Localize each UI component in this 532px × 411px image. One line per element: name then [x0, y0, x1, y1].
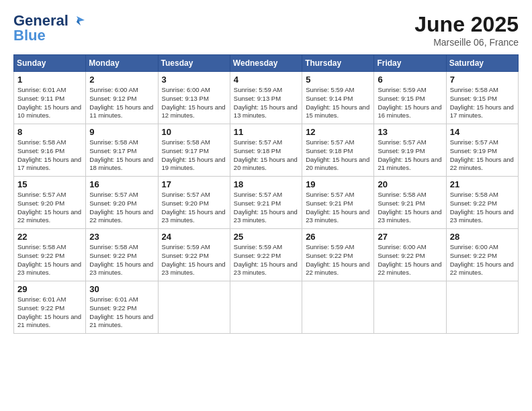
day-info: Sunrise: 5:59 AM Sunset: 9:22 PM Dayligh… — [306, 243, 370, 277]
day-info: Sunrise: 6:00 AM Sunset: 9:22 PM Dayligh… — [450, 243, 515, 277]
day-info: Sunrise: 5:58 AM Sunset: 9:15 PM Dayligh… — [450, 86, 515, 120]
title-block: June 2025 Marseille 06, France — [414, 12, 519, 48]
calendar-cell: 10 Sunrise: 5:58 AM Sunset: 9:17 PM Dayl… — [158, 124, 230, 177]
calendar-cell: 3 Sunrise: 6:00 AM Sunset: 9:13 PM Dayli… — [158, 72, 230, 124]
day-number: 5 — [306, 75, 370, 85]
week-row-2: 8 Sunrise: 5:58 AM Sunset: 9:16 PM Dayli… — [14, 124, 519, 177]
day-info: Sunrise: 5:59 AM Sunset: 9:14 PM Dayligh… — [306, 86, 370, 120]
day-number: 27 — [378, 232, 442, 242]
day-number: 24 — [162, 232, 226, 242]
week-row-5: 29 Sunrise: 6:01 AM Sunset: 9:22 PM Dayl… — [14, 281, 519, 334]
day-number: 17 — [162, 179, 226, 189]
day-number: 16 — [89, 179, 154, 189]
calendar-cell: 11 Sunrise: 5:57 AM Sunset: 9:18 PM Dayl… — [230, 124, 302, 177]
day-number: 28 — [450, 232, 515, 242]
day-info: Sunrise: 5:58 AM Sunset: 9:17 PM Dayligh… — [162, 138, 226, 173]
day-info: Sunrise: 5:57 AM Sunset: 9:20 PM Dayligh… — [17, 191, 82, 225]
calendar-cell: 16 Sunrise: 5:57 AM Sunset: 9:20 PM Dayl… — [86, 177, 158, 229]
day-info: Sunrise: 6:00 AM Sunset: 9:12 PM Dayligh… — [89, 86, 154, 120]
day-info: Sunrise: 5:57 AM Sunset: 9:18 PM Dayligh… — [306, 138, 370, 173]
calendar-cell: 27 Sunrise: 6:00 AM Sunset: 9:22 PM Dayl… — [374, 229, 446, 281]
calendar-header-row: Sunday Monday Tuesday Wednesday Thursday… — [14, 55, 519, 72]
col-sunday: Sunday — [14, 55, 86, 72]
col-wednesday: Wednesday — [230, 55, 302, 72]
day-info: Sunrise: 6:00 AM Sunset: 9:13 PM Dayligh… — [162, 86, 226, 120]
day-number: 3 — [162, 75, 226, 85]
day-info: Sunrise: 5:58 AM Sunset: 9:22 PM Dayligh… — [89, 243, 154, 277]
day-number: 19 — [306, 179, 370, 189]
day-info: Sunrise: 6:01 AM Sunset: 9:11 PM Dayligh… — [17, 86, 82, 120]
calendar-cell: 14 Sunrise: 5:57 AM Sunset: 9:19 PM Dayl… — [446, 124, 518, 177]
calendar-cell: 24 Sunrise: 5:59 AM Sunset: 9:22 PM Dayl… — [158, 229, 230, 281]
calendar-cell: 26 Sunrise: 5:59 AM Sunset: 9:22 PM Dayl… — [302, 229, 374, 281]
calendar-cell — [374, 281, 446, 334]
calendar-cell: 20 Sunrise: 5:58 AM Sunset: 9:21 PM Dayl… — [374, 177, 446, 229]
col-thursday: Thursday — [302, 55, 374, 72]
day-info: Sunrise: 5:59 AM Sunset: 9:13 PM Dayligh… — [234, 86, 298, 120]
day-info: Sunrise: 5:58 AM Sunset: 9:21 PM Dayligh… — [378, 191, 442, 225]
calendar-cell: 6 Sunrise: 5:59 AM Sunset: 9:15 PM Dayli… — [374, 72, 446, 124]
col-monday: Monday — [86, 55, 158, 72]
calendar-cell: 12 Sunrise: 5:57 AM Sunset: 9:18 PM Dayl… — [302, 124, 374, 177]
location: Marseille 06, France — [414, 37, 519, 48]
day-info: Sunrise: 5:57 AM Sunset: 9:20 PM Dayligh… — [89, 191, 154, 225]
day-info: Sunrise: 5:57 AM Sunset: 9:19 PM Dayligh… — [378, 138, 442, 173]
calendar-cell — [158, 281, 230, 334]
day-info: Sunrise: 5:57 AM Sunset: 9:21 PM Dayligh… — [234, 191, 298, 225]
day-number: 6 — [378, 75, 442, 85]
calendar-cell: 15 Sunrise: 5:57 AM Sunset: 9:20 PM Dayl… — [14, 177, 86, 229]
day-info: Sunrise: 5:58 AM Sunset: 9:22 PM Dayligh… — [17, 243, 82, 277]
day-number: 20 — [378, 179, 442, 189]
day-number: 2 — [89, 75, 154, 85]
day-info: Sunrise: 5:58 AM Sunset: 9:16 PM Dayligh… — [17, 138, 82, 173]
calendar-cell — [230, 281, 302, 334]
day-info: Sunrise: 5:58 AM Sunset: 9:17 PM Dayligh… — [89, 138, 154, 173]
header: General Blue June 2025 Marseille 06, Fra… — [13, 12, 519, 48]
calendar-cell — [446, 281, 518, 334]
day-number: 29 — [17, 284, 82, 294]
calendar-cell: 23 Sunrise: 5:58 AM Sunset: 9:22 PM Dayl… — [86, 229, 158, 281]
page: General Blue June 2025 Marseille 06, Fra… — [0, 0, 532, 411]
day-info: Sunrise: 6:00 AM Sunset: 9:22 PM Dayligh… — [378, 243, 442, 277]
col-saturday: Saturday — [446, 55, 518, 72]
week-row-4: 22 Sunrise: 5:58 AM Sunset: 9:22 PM Dayl… — [14, 229, 519, 281]
calendar-cell: 28 Sunrise: 6:00 AM Sunset: 9:22 PM Dayl… — [446, 229, 518, 281]
logo-bird-icon — [71, 13, 86, 28]
col-friday: Friday — [374, 55, 446, 72]
logo: General Blue — [13, 12, 86, 44]
day-info: Sunrise: 5:58 AM Sunset: 9:22 PM Dayligh… — [450, 191, 515, 225]
calendar-cell: 1 Sunrise: 6:01 AM Sunset: 9:11 PM Dayli… — [14, 72, 86, 124]
calendar-cell: 13 Sunrise: 5:57 AM Sunset: 9:19 PM Dayl… — [374, 124, 446, 177]
day-number: 21 — [450, 179, 515, 189]
day-number: 25 — [234, 232, 298, 242]
calendar-cell: 22 Sunrise: 5:58 AM Sunset: 9:22 PM Dayl… — [14, 229, 86, 281]
calendar: Sunday Monday Tuesday Wednesday Thursday… — [13, 54, 519, 334]
col-tuesday: Tuesday — [158, 55, 230, 72]
logo-text-blue: Blue — [13, 27, 46, 44]
day-number: 30 — [89, 284, 154, 294]
day-info: Sunrise: 5:59 AM Sunset: 9:22 PM Dayligh… — [234, 243, 298, 277]
day-number: 13 — [378, 127, 442, 137]
day-info: Sunrise: 6:01 AM Sunset: 9:22 PM Dayligh… — [17, 295, 82, 330]
day-number: 22 — [17, 232, 82, 242]
day-info: Sunrise: 6:01 AM Sunset: 9:22 PM Dayligh… — [89, 295, 154, 330]
day-number: 11 — [234, 127, 298, 137]
month-title: June 2025 — [414, 12, 519, 37]
calendar-cell: 5 Sunrise: 5:59 AM Sunset: 9:14 PM Dayli… — [302, 72, 374, 124]
calendar-cell: 8 Sunrise: 5:58 AM Sunset: 9:16 PM Dayli… — [14, 124, 86, 177]
calendar-cell: 19 Sunrise: 5:57 AM Sunset: 9:21 PM Dayl… — [302, 177, 374, 229]
calendar-cell: 17 Sunrise: 5:57 AM Sunset: 9:20 PM Dayl… — [158, 177, 230, 229]
calendar-cell: 21 Sunrise: 5:58 AM Sunset: 9:22 PM Dayl… — [446, 177, 518, 229]
day-number: 14 — [450, 127, 515, 137]
day-info: Sunrise: 5:57 AM Sunset: 9:21 PM Dayligh… — [306, 191, 370, 225]
day-number: 8 — [17, 127, 82, 137]
day-number: 4 — [234, 75, 298, 85]
day-info: Sunrise: 5:57 AM Sunset: 9:20 PM Dayligh… — [162, 191, 226, 225]
day-number: 12 — [306, 127, 370, 137]
day-number: 9 — [89, 127, 154, 137]
day-number: 18 — [234, 179, 298, 189]
day-number: 7 — [450, 75, 515, 85]
day-number: 15 — [17, 179, 82, 189]
day-number: 1 — [17, 75, 82, 85]
day-info: Sunrise: 5:59 AM Sunset: 9:22 PM Dayligh… — [162, 243, 226, 277]
